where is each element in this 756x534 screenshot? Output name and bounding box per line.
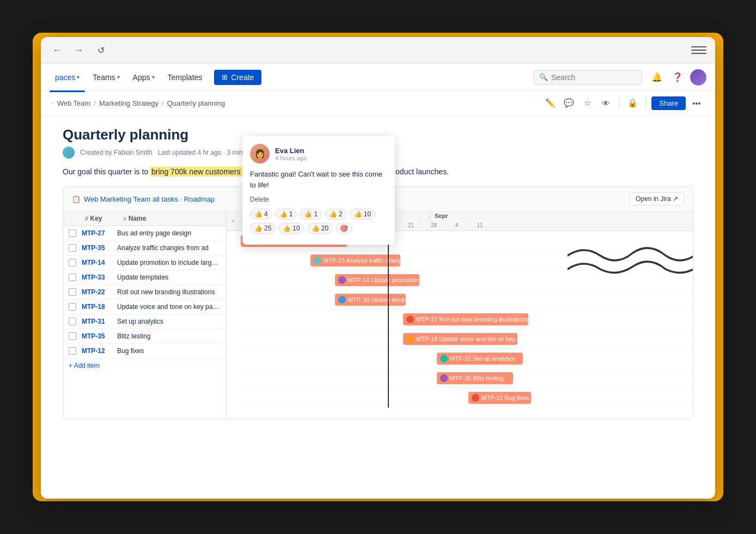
gantt-bar-mtp23[interactable]: MTP-23 Analyze traffic changes f... (310, 254, 400, 266)
reaction-10b[interactable]: 👍 10 (278, 223, 304, 234)
task-row[interactable]: MTP-12 Bug fixes (63, 344, 226, 359)
search-input[interactable] (551, 73, 627, 82)
commenter-avatar: 👩 (250, 144, 270, 163)
task-checkbox[interactable] (69, 274, 76, 281)
task-row[interactable]: MTP-31 Set up analytics (63, 314, 226, 329)
star-icon-button[interactable]: ☆ (580, 95, 595, 111)
comment-icon-button[interactable]: 💬 (561, 95, 576, 111)
task-checkbox[interactable] (69, 347, 76, 355)
gantt-row-mtp33: MTP-33 Update templates . (240, 290, 693, 310)
task-checkbox[interactable] (69, 259, 76, 266)
add-item-row[interactable]: + Add item (63, 359, 226, 373)
gantt-bar-mtp33[interactable]: MTP-33 Update templates . (335, 294, 406, 306)
reaction-row-1: 👍 4 👍 1 👍 1 👍 2 👍 10 (250, 209, 387, 220)
refresh-button[interactable]: ↺ (93, 43, 108, 58)
task-checkbox[interactable] (69, 303, 76, 311)
share-button[interactable]: Share (651, 96, 686, 110)
task-key: MTP-22 (82, 288, 112, 296)
browser-window: ← → ↺ paces ▾ Teams ▾ Apps ▾ Templates (41, 37, 715, 499)
spaces-chevron: ▾ (77, 74, 80, 80)
page-content: › Web Team / Marketing Strategy / Quarte… (41, 91, 715, 499)
task-row[interactable]: MTP-22 Roll out new branding illustratio… (63, 285, 226, 300)
task-row[interactable]: MTP-27 Bus ad entry page design (63, 226, 226, 241)
task-key: MTP-35 (82, 332, 112, 340)
reaction-emoji-5: 👍 (354, 210, 362, 218)
divider2 (645, 98, 646, 108)
forward-button[interactable]: → (71, 43, 87, 58)
nav-item-teams[interactable]: Teams ▾ (87, 70, 125, 85)
gantt-bar-mtp12[interactable]: MTP-12 Bug fixes (468, 392, 531, 404)
reaction-1b[interactable]: 👍 1 (300, 209, 322, 220)
author-avatar (63, 147, 75, 159)
comment-meta: Eva Lien 4 hours ago (275, 147, 307, 161)
reaction-25[interactable]: 👍 25 (250, 223, 276, 234)
task-checkbox[interactable] (69, 318, 76, 325)
task-key: MTP-27 (82, 229, 112, 237)
apps-chevron: ▾ (152, 74, 155, 80)
task-row[interactable]: MTP-33 Update templates (63, 270, 226, 285)
task-name: Bus ad entry page design (117, 229, 221, 237)
key-col-header: # Key (85, 215, 118, 222)
breadcrumb-marketing[interactable]: Marketing Strategy (99, 99, 158, 107)
roadmap-title-link[interactable]: 📋 Web Marketing Team all tasks · Roadmap (72, 195, 215, 203)
edit-icon-button[interactable]: ✏️ (542, 95, 558, 111)
breadcrumb-arrow[interactable]: › (52, 100, 54, 106)
reaction-target[interactable]: 🎯 (336, 223, 352, 234)
key-icon: # (85, 215, 88, 222)
back-button[interactable]: ← (50, 43, 65, 58)
task-row[interactable]: MTP-35 Analyze traffic changes from ad (63, 241, 226, 256)
key-label: Key (90, 215, 102, 222)
open-jira-button[interactable]: Open in Jira ↗ (630, 192, 684, 205)
reaction-2[interactable]: 👍 2 (325, 209, 347, 220)
notifications-button[interactable]: 🔔 (649, 69, 665, 86)
browser-menu-button[interactable] (691, 43, 706, 58)
gantt-bar-mtp31[interactable]: MTP-31 Set up analytics (437, 353, 523, 365)
task-name: Update promotion to include larger teams (117, 259, 221, 266)
task-checkbox[interactable] (69, 288, 76, 296)
sep1: / (94, 99, 96, 107)
task-checkbox[interactable] (69, 332, 76, 340)
task-name: Analyze traffic changes from ad (117, 244, 221, 252)
bar-label-mtp31: MTP-31 Set up analytics (450, 355, 515, 362)
gantt-row-mtp35b: MTP-35 Blitz testing (240, 368, 693, 388)
task-name: Set up analytics (117, 318, 221, 325)
gantt-bar-mtp22[interactable]: MTP-22 Roll out new branding illustratio… (403, 313, 528, 325)
browser-chrome: ← → ↺ (41, 37, 715, 64)
nav-icons: 🔔 ❓ (649, 69, 706, 86)
task-list-header: # Key ≡ Name (63, 211, 226, 226)
gantt-collapse[interactable]: ‹ (227, 211, 240, 230)
task-key: MTP-33 (82, 274, 112, 281)
nav-item-apps[interactable]: Apps ▾ (127, 70, 160, 85)
user-avatar[interactable] (690, 69, 706, 86)
gantt-bar-mtp14[interactable]: MTP-14 Update promotion to inclu... (335, 274, 419, 286)
delete-comment[interactable]: Delete (250, 196, 387, 203)
task-key: MTP-18 (82, 303, 112, 311)
divider (619, 98, 619, 108)
reaction-1a[interactable]: 👍 1 (275, 209, 297, 220)
breadcrumb-web-team[interactable]: Web Team (57, 99, 91, 107)
task-row[interactable]: MTP-14 Update promotion to include large… (63, 256, 226, 270)
reaction-emoji-9: 🎯 (340, 224, 348, 232)
create-button[interactable]: ⊞ Create (214, 70, 261, 85)
task-row[interactable]: MTP-18 Update voice and tone on key page… (63, 300, 226, 314)
help-button[interactable]: ❓ (669, 69, 686, 86)
bar-avatar-mtp12 (472, 394, 479, 402)
view-icon-button[interactable]: 👁 (598, 95, 613, 111)
more-actions-button[interactable]: ••• (689, 95, 704, 111)
reaction-20[interactable]: 👍 20 (307, 223, 333, 234)
task-checkbox[interactable] (69, 244, 76, 252)
gantt-bar-mtp35b[interactable]: MTP-35 Blitz testing (437, 372, 513, 384)
task-name: Blitz testing (117, 332, 221, 340)
reaction-10a[interactable]: 👍 10 (350, 209, 375, 220)
restrict-icon-button[interactable]: 🔒 (625, 95, 640, 111)
search-bar[interactable]: 🔍 (533, 70, 642, 85)
reaction-4[interactable]: 👍 4 (250, 209, 272, 220)
nav-item-templates[interactable]: Templates (162, 70, 208, 85)
gantt-bar-mtp18[interactable]: MTP-18 Update voice and ton on key... (403, 333, 517, 345)
open-jira-label: Open in Jira ↗ (636, 195, 678, 203)
reaction-emoji-2: 👍 (279, 210, 288, 218)
nav-item-spaces[interactable]: paces ▾ (50, 70, 85, 85)
task-row[interactable]: MTP-35 Blitz testing (63, 329, 226, 344)
commenter-avatar-icon: 👩 (255, 149, 265, 159)
task-checkbox[interactable] (69, 229, 76, 237)
